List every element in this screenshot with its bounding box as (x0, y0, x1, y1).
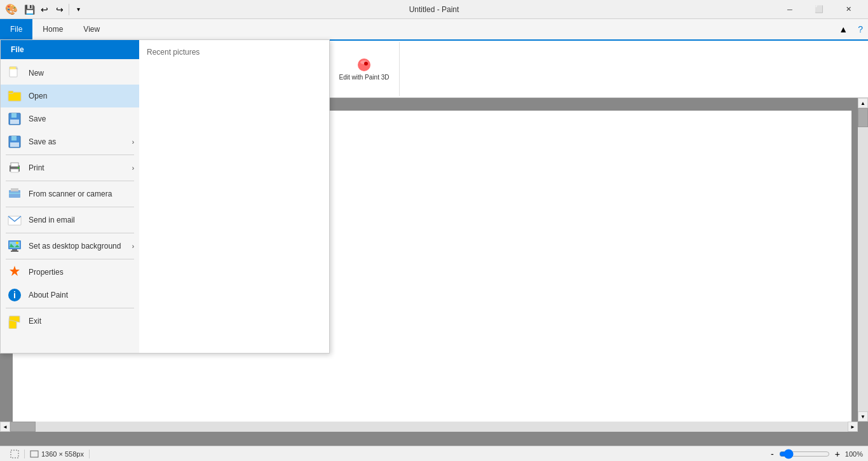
app-icon: 🎨 (5, 3, 18, 15)
svg-rect-29 (11, 251, 18, 252)
selection-icon (10, 450, 19, 458)
file-menu-left: File New Open Save (1, 40, 139, 353)
file-menu: File New Open Save (0, 39, 330, 354)
file-save-item[interactable]: Save (1, 107, 139, 130)
ribbon: File Home View ▲ ? (0, 19, 868, 41)
saveas-icon (6, 133, 24, 151)
scroll-up-button[interactable]: ▲ (858, 98, 868, 108)
quick-access-toolbar: 🎨 💾 ↩ ↪ ▾ (5, 2, 86, 17)
selection-tool-status (5, 450, 25, 458)
edit-paint3d-group: Edit with Paint 3D (329, 42, 400, 96)
separator5 (6, 259, 134, 259)
file-tab-label: File (1, 40, 139, 59)
vertical-scrollbar: ▲ ▼ (858, 98, 868, 422)
print-arrow: › (132, 165, 134, 172)
status-right: - + 100% (771, 449, 863, 459)
file-properties-item[interactable]: Properties (1, 261, 139, 284)
edit-paint3d-content: Edit with Paint 3D (334, 43, 395, 95)
ribbon-tabs: File Home View ▲ ? (0, 19, 868, 39)
scroll-track-h[interactable] (10, 422, 848, 432)
scroll-right-button[interactable]: ► (848, 422, 858, 432)
svg-rect-20 (11, 169, 18, 172)
properties-icon (6, 263, 24, 281)
file-about-item[interactable]: i About Paint (1, 284, 139, 306)
svg-rect-13 (11, 113, 17, 118)
qat-separator (69, 4, 69, 15)
file-exit-item[interactable]: Exit (1, 310, 139, 333)
qat-dropdown-button[interactable]: ▾ (71, 2, 86, 17)
print-icon (6, 159, 24, 177)
email-icon (6, 211, 24, 229)
dimensions-status: 1360 × 558px (25, 450, 90, 458)
svg-rect-9 (10, 67, 16, 69)
scroll-left-button[interactable]: ◄ (0, 422, 10, 432)
recent-pictures-panel: Recent pictures (139, 40, 329, 353)
horizontal-scrollbar: ◄ ► (0, 422, 858, 432)
zoom-slider[interactable] (779, 449, 830, 459)
window-controls: ─ ⬜ ✕ (775, 0, 863, 19)
svg-rect-19 (11, 163, 18, 167)
scroll-thumb-h[interactable] (10, 422, 36, 432)
separator3 (6, 207, 134, 207)
help-button[interactable]: ? (853, 19, 868, 39)
minimize-button[interactable]: ─ (775, 0, 804, 19)
file-print-item[interactable]: Print › (1, 156, 139, 179)
scroll-down-button[interactable]: ▼ (858, 411, 868, 422)
separator6 (6, 308, 134, 308)
scanner-icon (6, 185, 24, 203)
title-bar: 🎨 💾 ↩ ↪ ▾ Untitled - Paint ─ ⬜ ✕ (0, 0, 868, 19)
dimensions-icon (30, 450, 39, 458)
svg-rect-11 (8, 91, 13, 93)
svg-rect-36 (11, 450, 18, 458)
svg-rect-14 (10, 120, 19, 124)
undo-button[interactable]: ↩ (37, 2, 52, 17)
file-menu-items: New Open Save Save as (1, 59, 139, 335)
open-icon (6, 87, 24, 105)
svg-rect-24 (11, 188, 18, 191)
ribbon-collapse-button[interactable]: ▲ (834, 19, 853, 39)
file-saveas-item[interactable]: Save as › (1, 130, 139, 153)
svg-rect-16 (11, 136, 17, 141)
separator2 (6, 181, 134, 181)
paint3d-icon (356, 57, 372, 72)
scroll-track-v[interactable] (858, 108, 868, 411)
exit-icon (6, 312, 24, 330)
status-bar: 1360 × 558px - + 100% (0, 446, 868, 461)
file-new-item[interactable]: New (1, 62, 139, 85)
separator1 (6, 155, 134, 155)
maximize-button[interactable]: ⬜ (804, 0, 834, 19)
svg-point-21 (18, 167, 19, 169)
file-scanner-item[interactable]: From scanner or camera (1, 182, 139, 205)
new-icon (6, 64, 24, 82)
file-desktop-item[interactable]: Set as desktop background › (1, 235, 139, 258)
saveas-arrow: › (132, 139, 134, 146)
desktop-icon (6, 237, 24, 255)
save-qat-button[interactable]: 💾 (22, 2, 37, 17)
desktop-arrow: › (132, 243, 134, 250)
tab-file[interactable]: File (0, 19, 32, 39)
zoom-in-button[interactable]: + (835, 449, 840, 459)
separator4 (6, 233, 134, 233)
save-icon (6, 110, 24, 128)
recent-pictures-title: Recent pictures (144, 45, 324, 59)
tab-home[interactable]: Home (32, 19, 73, 39)
svg-rect-37 (31, 451, 38, 457)
tab-view[interactable]: View (73, 19, 110, 39)
file-open-item[interactable]: Open (1, 85, 139, 107)
svg-point-6 (364, 62, 368, 65)
svg-rect-17 (10, 142, 19, 147)
redo-button[interactable]: ↪ (52, 2, 67, 17)
scroll-thumb-v[interactable] (858, 108, 868, 127)
close-button[interactable]: ✕ (834, 0, 863, 19)
file-email-item[interactable]: Send in email (1, 209, 139, 231)
edit-paint3d-button[interactable]: Edit with Paint 3D (334, 55, 395, 83)
svg-point-31 (16, 242, 18, 244)
zoom-out-button[interactable]: - (771, 449, 774, 459)
svg-rect-23 (9, 193, 20, 194)
about-icon: i (6, 286, 24, 304)
window-title: Untitled - Paint (409, 5, 459, 14)
svg-rect-28 (12, 249, 17, 251)
svg-text:i: i (13, 290, 16, 300)
